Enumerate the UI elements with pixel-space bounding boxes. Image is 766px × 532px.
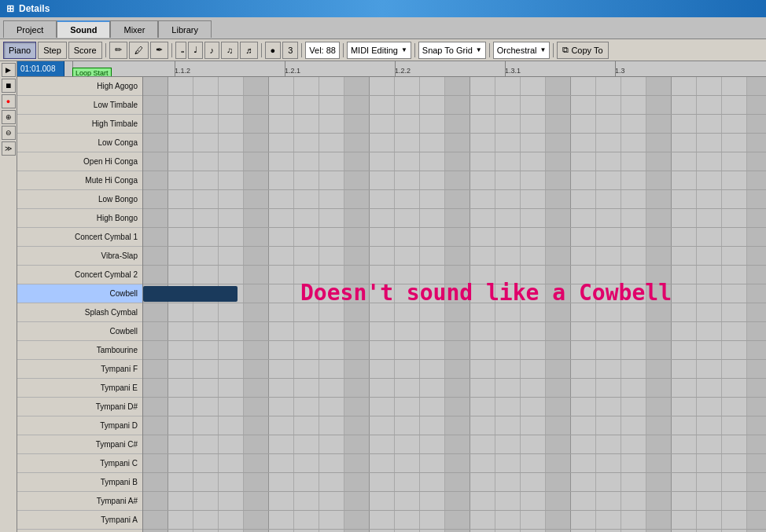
grid-cell[interactable] [646, 511, 672, 529]
grid-cell[interactable] [168, 171, 193, 189]
grid-cell[interactable] [646, 435, 672, 453]
grid-cell[interactable] [370, 247, 395, 265]
grid-cell[interactable] [269, 303, 294, 321]
grid-cell[interactable] [395, 209, 420, 227]
grid-cell[interactable] [370, 360, 395, 378]
grid-cell[interactable] [747, 416, 766, 435]
grid-cell[interactable] [269, 171, 294, 189]
grid-cell[interactable] [521, 77, 546, 95]
grid-cell[interactable] [294, 96, 319, 114]
grid-cell[interactable] [395, 247, 420, 265]
grid-cell[interactable] [495, 511, 521, 529]
grid-cell[interactable] [495, 473, 521, 491]
grid-cell[interactable] [697, 228, 722, 246]
grid-cell[interactable] [143, 77, 168, 95]
tab-project[interactable]: Project [3, 20, 57, 38]
copy-to-button[interactable]: ⧉ Copy To [557, 42, 608, 59]
tab-sound[interactable]: Sound [57, 20, 110, 38]
grid-cell[interactable] [571, 171, 596, 189]
grid-cell[interactable] [445, 454, 470, 472]
grid-cell[interactable] [244, 416, 269, 435]
grid-cell[interactable] [193, 322, 219, 340]
grid-cell[interactable] [193, 492, 219, 510]
grid-cell[interactable] [697, 134, 722, 152]
grid-cell[interactable] [722, 303, 747, 321]
grid-cell[interactable] [244, 398, 269, 416]
grid-cell[interactable] [722, 473, 747, 491]
grid-cell[interactable] [244, 209, 269, 227]
grid-cell[interactable] [747, 77, 766, 95]
grid-cell[interactable] [344, 152, 370, 171]
grid-cell[interactable] [722, 77, 747, 95]
grid-cell[interactable] [470, 115, 495, 133]
grid-cell[interactable] [269, 77, 294, 95]
grid-cell[interactable] [219, 379, 244, 397]
grid-cell[interactable] [395, 77, 420, 95]
grid-cell[interactable] [521, 416, 546, 435]
grid-cell[interactable] [697, 341, 722, 359]
grid-cell[interactable] [445, 379, 470, 397]
grid-cell[interactable] [168, 416, 193, 435]
grid-cell[interactable] [621, 303, 646, 321]
grid-cell[interactable] [168, 379, 193, 397]
zoom-in-button[interactable]: ⊕ [2, 110, 16, 124]
key-row-concert-cymbal-2[interactable]: Concert Cymbal 2 [17, 266, 142, 284]
grid-cell[interactable] [722, 96, 747, 114]
grid-cell[interactable] [621, 77, 646, 95]
grid-cell[interactable] [193, 435, 219, 453]
grid-cell[interactable] [319, 454, 344, 472]
grid-cell[interactable] [596, 416, 621, 435]
grid-cell[interactable] [219, 171, 244, 189]
grid-cell[interactable] [571, 435, 596, 453]
grid-cell[interactable] [571, 379, 596, 397]
grid-cell[interactable] [420, 228, 445, 246]
key-row-mute-hi-conga[interactable]: Mute Hi Conga [17, 171, 142, 190]
grid-cell[interactable] [672, 77, 697, 95]
stop-button[interactable]: ⏹ [2, 79, 16, 93]
grid-cell[interactable] [672, 492, 697, 510]
grid-cell[interactable] [370, 341, 395, 359]
grid-cell[interactable] [672, 152, 697, 171]
grid-cell[interactable] [370, 435, 395, 453]
grid-cell[interactable] [722, 511, 747, 529]
grid-cell[interactable] [143, 266, 168, 284]
grid-cell[interactable] [269, 322, 294, 340]
grid-cell[interactable] [672, 209, 697, 227]
grid-cell[interactable] [244, 322, 269, 340]
grid-cell[interactable] [344, 454, 370, 472]
grid-cell[interactable] [646, 96, 672, 114]
grid-cell[interactable] [521, 341, 546, 359]
key-row-concert-cymbal-1[interactable]: Concert Cymbal 1 [17, 228, 142, 247]
grid-area[interactable]: Doesn't sound like a Cowbell [143, 77, 766, 532]
grid-cell[interactable] [269, 454, 294, 472]
grid-cell[interactable] [319, 379, 344, 397]
grid-cell[interactable] [319, 152, 344, 171]
grid-cell[interactable] [445, 134, 470, 152]
grid-cell[interactable] [294, 473, 319, 491]
grid-cell[interactable] [244, 171, 269, 189]
grid-cell[interactable] [420, 247, 445, 265]
grid-cell[interactable] [571, 134, 596, 152]
grid-cell[interactable] [244, 435, 269, 453]
expand-button[interactable]: ≫ [2, 141, 16, 156]
grid-cell[interactable] [621, 228, 646, 246]
grid-cell[interactable] [168, 360, 193, 378]
grid-cell[interactable] [420, 209, 445, 227]
grid-cell[interactable] [596, 360, 621, 378]
grid-cell[interactable] [395, 228, 420, 246]
grid-cell[interactable] [495, 190, 521, 208]
grid-cell[interactable] [344, 322, 370, 340]
grid-cell[interactable] [470, 209, 495, 227]
grid-cell[interactable] [546, 379, 571, 397]
grid-cell[interactable] [546, 341, 571, 359]
grid-cell[interactable] [319, 303, 344, 321]
grid-cell[interactable] [697, 77, 722, 95]
grid-cell[interactable] [143, 322, 168, 340]
key-row-cowbell-tooltip[interactable]: Cowbell [17, 322, 142, 341]
grid-cell[interactable] [344, 228, 370, 246]
grid-cell[interactable] [722, 171, 747, 189]
grid-cell[interactable] [193, 134, 219, 152]
grid-cell[interactable] [445, 209, 470, 227]
grid-cell[interactable] [697, 360, 722, 378]
grid-cell[interactable] [244, 360, 269, 378]
